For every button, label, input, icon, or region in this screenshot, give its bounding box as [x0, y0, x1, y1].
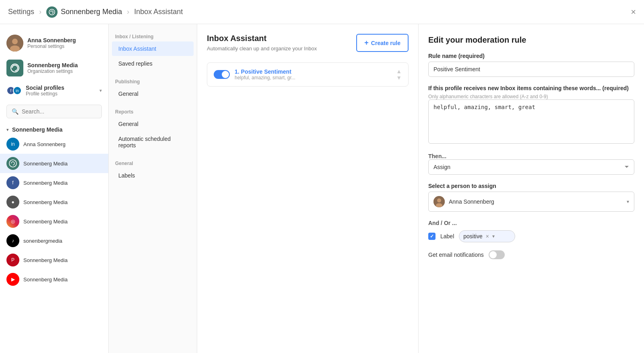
label-tag-input[interactable]: positive × ▾ [459, 230, 515, 242]
close-button[interactable]: × [631, 7, 636, 17]
social-icon-group: f in [6, 86, 22, 95]
create-rule-plus-icon: + [364, 39, 369, 47]
keywords-group: If this profile receives new Inbox items… [428, 85, 634, 145]
nav-reports-general[interactable]: General [112, 117, 194, 131]
profile-name-tiktok: sonenbergmedia [23, 238, 62, 244]
then-label: Then... [428, 153, 446, 159]
email-notif-toggle[interactable] [489, 250, 505, 259]
chevron-down-icon: ▾ [99, 88, 102, 93]
anna-info: Anna Sonnenberg Personal settings [27, 37, 102, 49]
profile-avatar-dark: ● [6, 196, 19, 208]
org-sub: Organization settings [27, 68, 102, 74]
profile-item-sm-active[interactable]: Sonnenberg Media [0, 154, 108, 173]
email-notif-row: Get email notifications [428, 250, 634, 259]
brand-name: Sonnenberg Media [61, 8, 122, 16]
nav-publishing-general[interactable]: General [112, 87, 194, 101]
profile-name-pin: Sonnenberg Media [23, 257, 68, 263]
profile-list: in Anna Sonnenberg Sonnenberg Media f So… [0, 134, 108, 289]
toggle-off-knob [489, 251, 497, 258]
profile-item-tiktok[interactable]: ♪ sonenbergmedia [0, 231, 108, 250]
section-chevron-icon: ▾ [6, 127, 9, 132]
action-select[interactable]: Assign [428, 159, 634, 175]
profile-name-fb: Sonnenberg Media [23, 180, 68, 186]
profile-item-ig[interactable]: ◎ Sonnenberg Media [0, 212, 108, 231]
profile-avatar-pin: P [6, 254, 19, 266]
social-profiles-text: Social profiles Profile settings [26, 85, 99, 97]
content-desc: Automatically clean up and organize your… [207, 45, 317, 53]
and-or-label: And / Or ... [428, 220, 634, 226]
profile-avatar-tiktok: ♪ [6, 234, 19, 247]
rule-name-input[interactable] [428, 62, 634, 77]
nav-labels[interactable]: Labels [112, 168, 194, 183]
keywords-sublabel: Only alphanumeric characters are allowed… [428, 94, 634, 99]
section-header[interactable]: ▾ Sonnenberg Media [0, 122, 108, 134]
nav-auto-reports[interactable]: Automatic scheduled reports [112, 132, 194, 153]
profile-avatar-yt: ▶ [6, 273, 19, 286]
profile-name-dark: Sonnenberg Media [23, 199, 68, 205]
profile-avatar-li: in [6, 138, 19, 151]
rule-item: 1. Positive Sentiment helpful, amazing, … [207, 62, 409, 87]
rule-keywords: helpful, amazing, smart, gr... [235, 75, 391, 81]
content-header-text: Inbox Assistant Automatically clean up a… [207, 34, 317, 53]
nav-inbox-assistant[interactable]: Inbox Assistant [112, 41, 194, 56]
person-label: Select a person to assign [428, 183, 634, 189]
user-org[interactable]: Sonnenberg Media Organization settings [0, 56, 108, 81]
person-avatar [433, 196, 445, 207]
rule-move-down-button[interactable]: ▼ [396, 75, 402, 81]
tag-arrow-icon[interactable]: ▾ [492, 233, 495, 239]
section-name: Sonnenberg Media [12, 126, 62, 133]
person-select[interactable]: Anna Sonnenberg ▾ [428, 192, 634, 212]
org-name: Sonnenberg Media [27, 62, 102, 68]
page-title-breadcrumb: Inbox Assistant [134, 8, 183, 16]
profile-item-yt[interactable]: ▶ Sonnenberg Media [0, 270, 108, 289]
person-select-arrow-icon: ▾ [627, 199, 629, 204]
profile-item-dark[interactable]: ● Sonnenberg Media [0, 192, 108, 212]
checkbox-check-icon: ✓ [430, 233, 434, 239]
profile-name-yt: Sonnenberg Media [23, 277, 68, 283]
then-group: Then... Assign [428, 153, 634, 175]
svg-point-0 [49, 9, 55, 15]
avatar-anna [6, 35, 23, 52]
person-group: Select a person to assign Anna Sonnenber… [428, 183, 634, 212]
anna-sub: Personal settings [27, 43, 102, 49]
rule-toggle[interactable] [214, 70, 230, 79]
search-input[interactable] [22, 108, 97, 115]
social-profiles-row[interactable]: f in Social profiles Profile settings ▾ [0, 81, 108, 101]
mid-section-inbox: Inbox / Listening [109, 31, 197, 41]
mid-section-publishing: Publishing [109, 76, 197, 86]
rule-name-label: Rule name (required) [428, 53, 634, 59]
keywords-textarea[interactable]: helpful, amazing, smart, great [428, 99, 634, 144]
content-area: Inbox Assistant Automatically clean up a… [197, 24, 419, 353]
left-sidebar: Anna Sonnenberg Personal settings Sonnen… [0, 24, 109, 353]
profile-item-anna[interactable]: in Anna Sonnenberg [0, 134, 108, 154]
rule-name[interactable]: 1. Positive Sentiment [235, 68, 391, 75]
top-bar: Settings › Sonnenberg Media › Inbox Assi… [0, 0, 644, 24]
rule-move-up-button[interactable]: ▲ [396, 68, 402, 74]
social-profiles-sub: Profile settings [26, 91, 99, 97]
mid-section-reports: Reports [109, 106, 197, 116]
profile-item-fb[interactable]: f Sonnenberg Media [0, 173, 108, 192]
profile-name-ig: Sonnenberg Media [23, 219, 68, 225]
rule-arrows: ▲ ▼ [396, 68, 402, 81]
svg-rect-4 [6, 60, 23, 76]
breadcrumb-sep2: › [127, 8, 129, 16]
search-box[interactable]: 🔍 [6, 105, 102, 118]
mid-sidebar: Inbox / Listening Inbox Assistant Saved … [109, 24, 197, 353]
search-icon: 🔍 [12, 108, 19, 115]
profile-name-anna: Anna Sonnenberg [23, 141, 66, 147]
profile-item-pin[interactable]: P Sonnenberg Media [0, 250, 108, 270]
content-title: Inbox Assistant [207, 34, 317, 43]
toggle-knob [222, 71, 229, 78]
label-checkbox[interactable]: ✓ [428, 233, 436, 240]
create-rule-button[interactable]: + + Create rule Create rule [356, 34, 409, 52]
nav-saved-replies[interactable]: Saved replies [112, 56, 194, 71]
content-header: Inbox Assistant Automatically clean up a… [207, 34, 409, 53]
rule-name-group: Rule name (required) [428, 53, 634, 77]
user-anna[interactable]: Anna Sonnenberg Personal settings [0, 31, 108, 56]
profile-name-sm-active: Sonnenberg Media [23, 161, 68, 167]
profile-avatar-sm [6, 157, 19, 170]
settings-label: Settings [8, 8, 34, 16]
social-profiles-name: Social profiles [26, 85, 99, 91]
tag-value: positive [463, 233, 482, 239]
tag-close-icon[interactable]: × [486, 233, 489, 239]
